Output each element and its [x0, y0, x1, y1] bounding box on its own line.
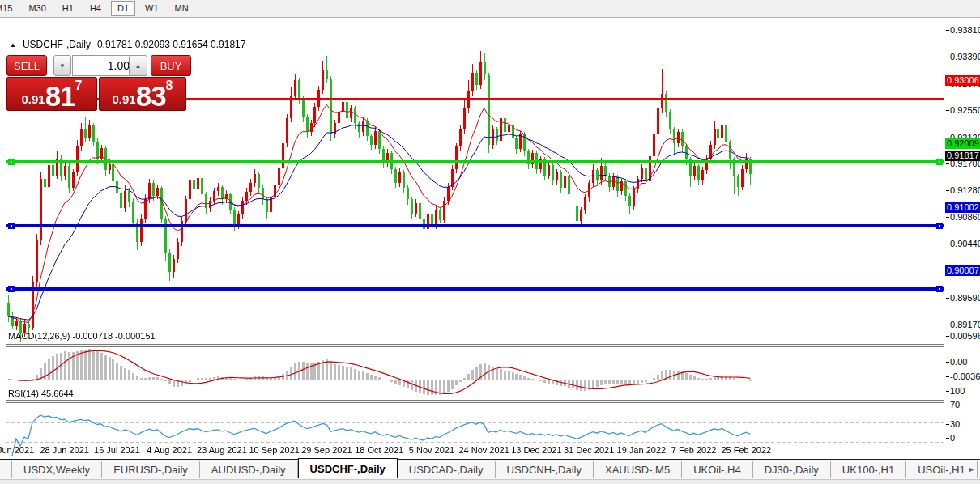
sell-price-big: 81: [45, 84, 75, 108]
symbol-tab-dj30-daily[interactable]: DJ30-,Daily: [753, 461, 831, 478]
collapse-panel-icon[interactable]: ▲: [10, 41, 16, 49]
symbol-tab-usdx-weekly[interactable]: USDX,Weekly: [11, 461, 102, 478]
rsi-axis-label: 30: [950, 419, 960, 429]
chart-window: ▲ USDCHF-,Daily 0.91781 0.92093 0.91654 …: [0, 18, 980, 458]
buy-price-panel[interactable]: 0.91 83 8: [99, 77, 186, 111]
timeframe-button-mn[interactable]: MN: [168, 1, 195, 16]
price-axis-label: 0.90860: [950, 212, 980, 222]
symbol-tab-bar: USDX,WeeklyEURUSD-,DailyAUDUSD-,DailyUSD…: [0, 459, 980, 479]
sell-button[interactable]: SELL: [6, 55, 47, 76]
date-axis-label: 23 Aug 2021: [197, 445, 247, 455]
symbol-tab-usdcad-daily[interactable]: USDCAD-,Daily: [398, 461, 496, 478]
date-axis-label: 28 Jun 2021: [40, 445, 89, 455]
price-axis-label: 0.90440: [950, 239, 980, 248]
rsi-axis-label: 0: [950, 433, 955, 443]
date-axis-label: 10 Sep 2021: [249, 445, 299, 455]
sell-price-prefix: 0.91: [21, 92, 45, 106]
date-axis-label: 13 Dec 2021: [511, 445, 561, 455]
macd-axis-label: -0.003664: [950, 371, 980, 381]
date-axis-label: 16 Jul 2021: [94, 445, 140, 455]
macd-axis-label: 0.005963: [950, 331, 980, 341]
tab-scroll-buttons: ◄ ►: [952, 465, 975, 473]
price-axis-label: 0.89170: [950, 320, 980, 329]
date-axis-label: 9 Jun 2021: [0, 445, 34, 455]
chart-ohlc-values: 0.91781 0.92093 0.91654 0.91817: [97, 39, 246, 50]
timeframe-button-d1[interactable]: D1: [111, 1, 135, 16]
status-strip: [0, 479, 980, 484]
date-axis-label: 19 Jan 2022: [617, 445, 667, 455]
level-price-badge: 0.90007: [945, 265, 980, 276]
timeframe-toolbar: M15M30H1H4D1W1MN: [0, 0, 980, 19]
price-axis-label: 0.91280: [950, 185, 980, 195]
date-axis-label: 24 Nov 2021: [458, 445, 509, 455]
price-axis-label: 0.93390: [950, 52, 980, 62]
macd-axis-label: 0.00: [950, 357, 967, 367]
date-axis-label: 25 Feb 2022: [721, 445, 771, 455]
price-axis-label: 0.89590: [950, 293, 980, 303]
symbol-tab-uk100-h1[interactable]: UK100-,H1: [831, 461, 906, 478]
price-axis-label: 0.92550: [950, 105, 980, 115]
buy-price-big: 83: [136, 84, 166, 108]
trading-platform-window: M15M30H1H4D1W1MN ▲ USDCHF-,Daily 0.91781…: [0, 0, 980, 484]
date-axis: 9 Jun 202128 Jun 202116 Jul 20214 Aug 20…: [0, 445, 980, 458]
buy-price-pip: 8: [166, 79, 173, 93]
sell-price-pip: 7: [75, 79, 83, 93]
rsi-axis-label: 100: [950, 386, 965, 396]
symbol-tab-ukoil-h4[interactable]: UKOil-,H4: [682, 461, 753, 478]
level-price-badge: 0.92009: [945, 138, 980, 149]
date-axis-label: 7 Feb 2022: [671, 445, 717, 455]
rsi-axis-label: 70: [950, 400, 960, 410]
macd-indicator-label: MACD(12,26,9) -0.000718 -0.000151: [8, 331, 156, 341]
date-axis-label: 4 Aug 2021: [147, 445, 192, 455]
symbol-tab-eurusd-daily[interactable]: EURUSD-,Daily: [102, 461, 200, 478]
level-price-badge: 0.93006: [945, 75, 980, 86]
chart-title: ▲ USDCHF-,Daily 0.91781 0.92093 0.91654 …: [10, 39, 245, 50]
chart-symbol-period: USDCHF-,Daily: [23, 39, 91, 50]
rsi-indicator-label: RSI(14) 45.6644: [8, 388, 74, 398]
tab-scroll-right-button[interactable]: ►: [968, 465, 975, 473]
date-axis-label: 18 Oct 2021: [355, 445, 403, 455]
volume-increase-button[interactable]: ▲: [129, 55, 147, 76]
buy-button[interactable]: BUY: [151, 55, 191, 76]
current-price-badge: 0.91817: [945, 151, 980, 161]
tab-scroll-left-button[interactable]: ◄: [952, 465, 960, 473]
symbol-tab-audusd-daily[interactable]: AUDUSD-,Daily: [200, 461, 298, 478]
symbol-tab-usdchf-daily[interactable]: USDCHF-,Daily: [298, 458, 398, 478]
date-axis-label: 29 Sep 2021: [301, 445, 352, 455]
timeframe-button-h1[interactable]: H1: [56, 1, 80, 16]
volume-input[interactable]: [72, 55, 134, 76]
timeframe-button-m30[interactable]: M30: [22, 1, 52, 16]
timeframe-button-m15[interactable]: M15: [0, 1, 19, 16]
level-price-badge: 0.91002: [945, 202, 980, 213]
timeframe-button-w1[interactable]: W1: [138, 1, 165, 16]
timeframe-button-h4[interactable]: H4: [83, 1, 108, 16]
sell-price-panel[interactable]: 0.91 81 7: [6, 77, 97, 111]
date-axis-label: 5 Nov 2021: [409, 445, 454, 455]
volume-decrease-button[interactable]: ▼: [53, 55, 71, 76]
price-axis: 0.938100.933900.929700.925500.921200.917…: [945, 18, 980, 458]
price-axis-label: 0.93810: [950, 25, 980, 35]
date-axis-label: 31 Dec 2021: [564, 445, 614, 455]
symbol-tab-usdcnh-daily[interactable]: USDCNH-,Daily: [496, 461, 594, 478]
buy-price-prefix: 0.91: [112, 92, 135, 106]
symbol-tab-xauusd-m5[interactable]: XAUUSD-,M5: [594, 461, 682, 478]
